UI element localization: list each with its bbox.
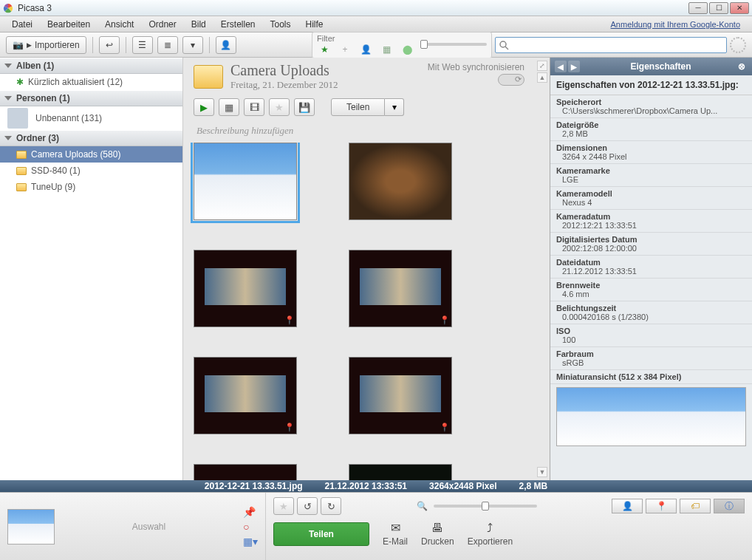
prop-prev-button[interactable]: ◀ (555, 61, 567, 72)
toolbar: 📷 ▶ Importieren ↩ ☰ ≣ ▾ 👤 Filter ★ + 👤 ▦… (0, 33, 752, 58)
share-dropdown-icon[interactable]: ▾ (385, 98, 404, 116)
zoom-slider[interactable] (434, 505, 537, 508)
play-slideshow-button[interactable]: ▶ (194, 98, 214, 116)
sidebar-item-unnamed[interactable]: Unbenannt (131) (0, 106, 182, 130)
minimize-button[interactable]: ─ (688, 2, 708, 14)
search-input[interactable] (495, 37, 727, 53)
filter-star-icon[interactable]: ★ (317, 43, 332, 56)
scroll-down-button[interactable]: ▼ (537, 467, 547, 477)
thumbnail[interactable] (349, 143, 452, 220)
scroll-up-button[interactable]: ▲ (537, 72, 547, 83)
filter-movie-icon[interactable]: ▦ (379, 43, 394, 56)
email-button[interactable]: ✉E-Mail (383, 521, 408, 547)
thumbnail[interactable]: 📍 (349, 357, 452, 434)
tray-more-button[interactable]: ▦▾ (243, 536, 258, 547)
menu-bearbeiten[interactable]: Bearbeiten (40, 18, 98, 31)
menu-bild[interactable]: Bild (184, 18, 213, 31)
tray-label: Auswahl (62, 522, 236, 532)
main-content: Camera Uploads Freitag, 21. Dezember 201… (183, 58, 535, 480)
window-title: Picasa 3 (18, 3, 687, 13)
camera-icon: 📷 (13, 40, 24, 50)
view-detail-button[interactable]: ≣ (157, 36, 178, 54)
people-button[interactable]: 👤 (216, 36, 236, 54)
thumbnail[interactable]: 📍 (349, 250, 452, 327)
thumbnail[interactable]: 📍 (194, 250, 297, 327)
rotate-right-button[interactable]: ↻ (321, 497, 341, 515)
tab-tags-button[interactable]: 🏷 (680, 499, 711, 513)
menu-datei[interactable]: Datei (4, 18, 40, 31)
album-title: Camera Uploads (230, 62, 338, 79)
star-toggle-button[interactable]: ★ (273, 497, 294, 515)
sidebar-item-recent[interactable]: ✱Kürzlich aktualisiert (12) (0, 74, 182, 90)
export-icon: ⤴ (487, 522, 493, 535)
google-login-link[interactable]: Anmeldung mit Ihrem Google-Konto (604, 18, 748, 30)
view-list-button[interactable]: ☰ (132, 36, 153, 54)
svg-point-1 (500, 41, 506, 47)
prop-next-button[interactable]: ▶ (568, 61, 580, 72)
status-dimensions: 3264x2448 Pixel (429, 481, 496, 491)
sidebar-header-folders[interactable]: Ordner (3) (0, 130, 182, 146)
album-date: Freitag, 21. Dezember 2012 (230, 79, 338, 91)
rotate-left-button[interactable]: ↺ (297, 497, 318, 515)
status-datetime: 21.12.2012 13:33:51 (325, 481, 407, 491)
thumbnail[interactable] (349, 464, 452, 480)
search-icon (499, 40, 509, 50)
tray-thumbnail[interactable] (7, 509, 55, 544)
properties-subtitle: Eigenschaften von 2012-12-21 13.33.51.jp… (550, 75, 752, 95)
expand-button[interactable]: ⤢ (537, 61, 547, 71)
thumbnail[interactable] (194, 143, 297, 220)
menubar: Datei Bearbeiten Ansicht Ordner Bild Ers… (0, 16, 752, 33)
view-dropdown-button[interactable]: ▾ (182, 36, 203, 54)
sidebar-item-tuneup[interactable]: TuneUp (9) (0, 179, 182, 195)
movie-button[interactable]: 🎞 (244, 98, 264, 116)
filter-person-icon[interactable]: 👤 (358, 43, 373, 56)
tab-people-button[interactable]: 👤 (612, 499, 643, 513)
sidebar-item-ssd[interactable]: SSD-840 (1) (0, 163, 182, 179)
album-share-button[interactable]: Teilen ▾ (331, 98, 404, 116)
print-button[interactable]: 🖶Drucken (421, 522, 454, 547)
menu-tools[interactable]: Tools (262, 18, 298, 31)
clear-button[interactable]: ○ (243, 521, 258, 533)
sidebar-header-albums[interactable]: Alben (1) (0, 58, 182, 74)
share-button[interactable]: Teilen (273, 522, 369, 546)
sidebar-item-camera-uploads[interactable]: Camera Uploads (580) (0, 146, 182, 163)
sync-toggle[interactable] (498, 74, 524, 86)
folder-icon (16, 151, 27, 159)
menu-hilfe[interactable]: Hilfe (298, 18, 331, 31)
svg-line-2 (505, 47, 508, 49)
tab-info-button[interactable]: ⓘ (714, 499, 745, 513)
sidebar-header-people[interactable]: Personen (1) (0, 90, 182, 106)
album-description[interactable]: Beschreibung hinzufügen (183, 122, 535, 143)
geo-pin-icon: 📍 (440, 423, 450, 432)
maximize-button[interactable]: ☐ (709, 2, 728, 14)
sync-label: Mit Web synchronisieren (428, 62, 524, 72)
export-button[interactable]: ⤴Exportieren (468, 522, 513, 547)
loading-spinner-icon (730, 37, 746, 53)
properties-list[interactable]: SpeicherortC:\Users\kschmerer\Dropbox\Ca… (550, 95, 752, 480)
save-button[interactable]: 💾 (294, 98, 315, 116)
star-button[interactable]: ★ (269, 98, 290, 116)
folder-icon (16, 167, 27, 175)
thumbnail-grid: 📍 📍 📍 📍 (183, 143, 535, 480)
menu-ansicht[interactable]: Ansicht (98, 18, 141, 31)
collage-button[interactable]: ▦ (219, 98, 239, 116)
thumbnail[interactable] (194, 464, 297, 480)
import-button[interactable]: 📷 ▶ Importieren (6, 36, 86, 54)
pin-button[interactable]: 📌 (243, 506, 258, 518)
thumbnail[interactable]: 📍 (194, 357, 297, 434)
email-icon: ✉ (391, 521, 400, 535)
print-icon: 🖶 (431, 522, 443, 535)
menu-erstellen[interactable]: Erstellen (213, 18, 263, 31)
folder-icon (16, 183, 27, 191)
back-button[interactable]: ↩ (99, 36, 120, 54)
recent-icon: ✱ (16, 77, 24, 87)
properties-close-button[interactable]: ⊗ (736, 61, 748, 72)
filter-plus-icon[interactable]: + (338, 43, 352, 56)
filter-slider[interactable] (420, 43, 487, 46)
menu-ordner[interactable]: Ordner (141, 18, 183, 31)
sidebar: Alben (1) ✱Kürzlich aktualisiert (12) Pe… (0, 58, 183, 480)
close-button[interactable]: ✕ (730, 2, 749, 14)
tab-places-button[interactable]: 📍 (646, 499, 677, 513)
filter-geo-icon[interactable]: ⬤ (400, 43, 414, 56)
photo-tray: Auswahl 📌 ○ ▦▾ (0, 493, 266, 560)
